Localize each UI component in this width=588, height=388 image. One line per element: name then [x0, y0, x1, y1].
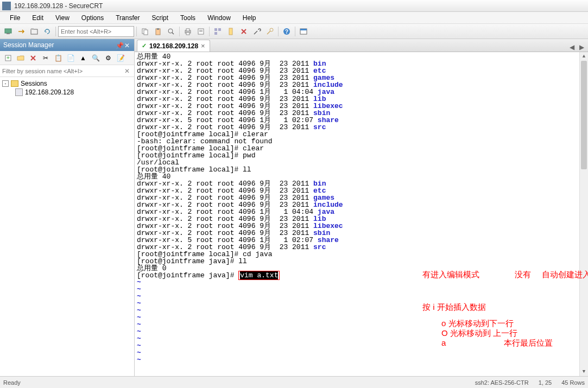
annotation-6: O 光标移动到 上一行 [441, 329, 517, 336]
annotation-7: a [441, 339, 446, 346]
tree-session-item[interactable]: 192.168.209.128 [15, 88, 132, 97]
session-props-icon[interactable]: ⚙ [102, 52, 114, 64]
cut-icon[interactable]: ✂ [40, 52, 52, 64]
svg-rect-19 [229, 28, 232, 35]
menu-window[interactable]: Window [202, 13, 236, 23]
paste-session-icon[interactable]: 📄 [65, 52, 77, 64]
tools-icon[interactable] [251, 26, 263, 37]
tab-label: 192.168.209.128 [149, 42, 198, 50]
session-label: 192.168.209.128 [25, 88, 74, 96]
menu-transfer[interactable]: Transfer [110, 13, 145, 23]
session-manager-panel: Session Manager 📌 ✕ + ✂ 📋 📄 ▲ 🔍 ⚙ 📝 ✕ - [0, 39, 135, 376]
tab-close-icon[interactable]: × [201, 42, 205, 50]
terminal-tilde-line: ~ [137, 349, 586, 357]
menu-script[interactable]: Script [146, 13, 174, 23]
terminal-tilde-line: ~ [137, 357, 586, 364]
statusbar: Ready ssh2: AES-256-CTR 1, 25 45 Rows [0, 376, 588, 388]
status-position: 1, 25 [539, 379, 552, 386]
terminal-tilde-line: ~ [137, 321, 586, 328]
annotation-4: 按 i 开始插入数据 [422, 303, 486, 310]
toolbar-separator [55, 27, 56, 36]
host-input[interactable] [58, 26, 134, 37]
terminal[interactable]: 总用量 40drwxr-xr-x. 2 root root 4096 9月 23… [135, 52, 588, 376]
scroll-up-icon[interactable]: ▲ [580, 52, 588, 61]
window-title: 192.168.209.128 - SecureCRT [14, 2, 103, 10]
help-icon[interactable]: ? [281, 26, 293, 37]
terminal-line: [root@jointframe java]# ll [137, 258, 586, 265]
terminal-tilde-line: ~ [137, 300, 586, 307]
quick-connect-icon[interactable] [15, 26, 27, 37]
svg-rect-2 [31, 29, 37, 34]
svg-line-9 [172, 33, 174, 34]
terminal-tilde-line: ~ [137, 328, 586, 335]
session-filter-input[interactable] [2, 68, 124, 74]
tree-root[interactable]: - Sessions [2, 79, 132, 88]
connect-in-tab-icon[interactable] [28, 26, 40, 37]
session-icon [15, 88, 23, 96]
svg-rect-1 [7, 33, 10, 34]
status-rows: 45 Rows [561, 379, 585, 386]
paste-icon[interactable] [152, 26, 164, 37]
terminal-line: [root@jointframe local]# pwd [137, 152, 586, 159]
terminal-tilde-line: ~ [137, 314, 586, 321]
menu-file[interactable]: File [4, 13, 26, 23]
toolbar: ? [0, 24, 588, 39]
titlebar: 192.168.209.128 - SecureCRT [0, 0, 588, 12]
terminal-tilde-line: ~ [137, 286, 586, 293]
menu-edit[interactable]: Edit [27, 13, 49, 23]
copy-icon[interactable] [139, 26, 151, 37]
sessions-icon[interactable] [212, 26, 224, 37]
tab-prev-icon[interactable]: ◀ [567, 43, 576, 52]
terminal-area: ✓ 192.168.209.128 × ◀ ▶ 总用量 40drwxr-xr-x… [135, 39, 588, 376]
svg-text:?: ? [285, 29, 288, 35]
svg-rect-11 [186, 29, 189, 31]
session-tree: - Sessions 192.168.209.128 [0, 77, 134, 376]
scrollbar-vertical[interactable]: ▲ ▼ [579, 52, 588, 376]
menubar: File Edit View Options Transfer Script T… [0, 12, 588, 24]
copy-session-icon[interactable]: 📋 [52, 52, 64, 64]
menu-options[interactable]: Options [76, 13, 109, 23]
session-props2-icon[interactable]: 📝 [115, 52, 127, 64]
scroll-icon[interactable] [225, 26, 237, 37]
tab-active[interactable]: ✓ 192.168.209.128 × [137, 40, 210, 52]
pin-icon[interactable]: 📌 [116, 42, 122, 48]
x-icon[interactable] [238, 26, 250, 37]
find-session-icon[interactable]: 🔍 [90, 52, 102, 64]
up-icon[interactable]: ▲ [77, 52, 89, 64]
print-icon[interactable] [182, 26, 194, 37]
scrollbar-thumb[interactable] [581, 61, 587, 169]
session-manager-header: Session Manager 📌 ✕ [0, 39, 134, 51]
menu-tools[interactable]: Tools [175, 13, 201, 23]
svg-point-8 [168, 29, 173, 33]
toolbar-separator [278, 27, 279, 36]
find-icon[interactable] [165, 26, 177, 37]
terminal-tilde-line: ~ [137, 293, 586, 300]
svg-text:+: + [7, 55, 10, 61]
status-connection: ssh2: AES-256-CTR [475, 379, 529, 386]
terminal-tilde-line: ~ [137, 279, 586, 286]
svg-rect-18 [214, 32, 217, 35]
scroll-down-icon[interactable]: ▼ [580, 367, 588, 376]
close-panel-icon[interactable]: ✕ [124, 42, 131, 48]
tree-collapse-icon[interactable]: - [2, 80, 9, 87]
connect-icon[interactable] [2, 26, 14, 37]
folder-icon [11, 80, 18, 87]
svg-rect-16 [214, 28, 217, 31]
terminal-tilde-line: ~ [137, 307, 586, 314]
svg-rect-7 [157, 28, 159, 30]
reconnect-icon[interactable] [41, 26, 53, 37]
clear-filter-icon[interactable]: ✕ [124, 67, 132, 75]
menu-view[interactable]: View [50, 13, 75, 23]
key-icon[interactable] [264, 26, 276, 37]
toolbar-separator [295, 27, 295, 36]
new-session-icon[interactable]: + [2, 52, 14, 64]
new-folder-icon[interactable] [15, 52, 27, 64]
svg-rect-12 [186, 33, 189, 35]
tab-next-icon[interactable]: ▶ [577, 43, 586, 52]
delete-icon[interactable] [27, 52, 39, 64]
status-left: Ready [3, 379, 475, 386]
properties-icon[interactable] [195, 26, 207, 37]
annotation-2: 没有 [515, 271, 531, 278]
window-icon[interactable] [298, 26, 309, 37]
menu-help[interactable]: Help [237, 13, 262, 23]
